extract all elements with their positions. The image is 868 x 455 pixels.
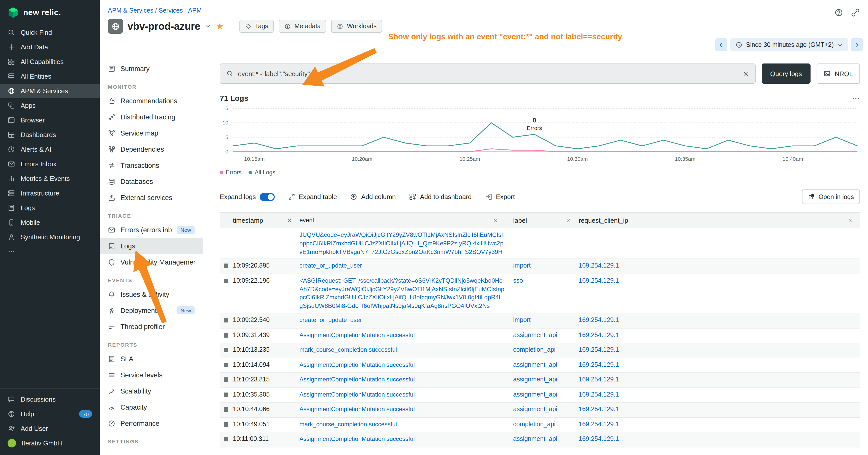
column-header-label[interactable]: label: [513, 217, 579, 224]
sidebar-item-add-user[interactable]: Add User: [0, 421, 100, 436]
expand-logs-toggle[interactable]: [259, 193, 275, 201]
chip-tags[interactable]: Tags: [239, 20, 274, 33]
log-table-row[interactable]: 10:10:44.066 AssignmentCompletionMutatio…: [220, 402, 860, 418]
event-link[interactable]: AssignmentCompletionMutation successful: [300, 435, 505, 444]
nav-item-capacity[interactable]: Capacity: [100, 399, 203, 415]
sidebar-item-errors-inbox[interactable]: Errors Inbox: [0, 157, 100, 171]
ip-link[interactable]: 169.254.129.1: [579, 391, 619, 398]
open-in-logs-button[interactable]: Open in logs: [802, 190, 860, 204]
sidebar-item-all-capabilities[interactable]: All Capabilities: [0, 55, 100, 69]
row-select-checkbox[interactable]: [224, 333, 228, 337]
log-table-row[interactable]: 10:10:23.815 AssignmentCompletionMutatio…: [220, 373, 860, 388]
sidebar-item-help[interactable]: Help 70: [0, 407, 100, 421]
nav-item-logs[interactable]: Logs: [100, 238, 203, 254]
log-table-row[interactable]: 10:10:35.305 AssignmentCompletionMutatio…: [220, 388, 860, 402]
chip-workloads[interactable]: Workloads: [332, 20, 382, 33]
sidebar-item-infrastructure[interactable]: Infrastructure: [0, 186, 100, 200]
chip-metadata[interactable]: Metadata: [279, 20, 326, 33]
ip-link[interactable]: 169.254.129.1: [579, 376, 619, 383]
label-link[interactable]: assignment_api: [513, 405, 557, 413]
label-link[interactable]: assignment_api: [513, 361, 557, 368]
breadcrumb-link-services-apm[interactable]: Services - APM: [159, 7, 202, 14]
row-select-checkbox[interactable]: [224, 378, 228, 382]
log-table-row[interactable]: 10:11:00.311 AssignmentCompletionMutatio…: [220, 432, 860, 447]
sidebar-item-all-entities[interactable]: All Entities: [0, 69, 100, 84]
nav-item-distributed-tracing[interactable]: Distributed tracing: [100, 109, 203, 125]
nav-item-service-map[interactable]: Service map: [100, 125, 203, 141]
label-link[interactable]: assignment_api: [513, 331, 557, 338]
ip-link[interactable]: 169.254.129.1: [579, 361, 619, 368]
favorite-star-icon[interactable]: ★: [216, 22, 224, 31]
nav-item-transactions[interactable]: Transactions: [100, 157, 203, 173]
sidebar-item-add-data[interactable]: Add Data: [0, 40, 100, 55]
nav-item-external-services[interactable]: External services: [100, 190, 203, 205]
nav-item-summary[interactable]: Summary: [100, 61, 203, 76]
nav-item-service-levels[interactable]: Service levels: [100, 367, 203, 383]
event-link[interactable]: mark_course_completion successful: [300, 346, 505, 354]
label-link[interactable]: import: [513, 262, 530, 269]
row-select-checkbox[interactable]: [224, 279, 228, 283]
ip-link[interactable]: 169.254.129.1: [579, 331, 619, 338]
more-options-icon[interactable]: [852, 94, 860, 102]
row-select-checkbox[interactable]: [224, 362, 228, 367]
column-header-request-client-ip[interactable]: request_client_ip: [579, 217, 860, 224]
add-to-dashboard-button[interactable]: Add to dashboard: [409, 193, 471, 200]
sidebar-item-mobile[interactable]: Mobile: [0, 215, 100, 230]
log-table-row[interactable]: 10:09:31.439 AssignmentCompletionMutatio…: [220, 328, 860, 343]
ip-link[interactable]: 169.254.129.1: [579, 346, 619, 353]
event-link[interactable]: JUQVU&code=eyJraWQiOiJjcGltY29yZV8wOTl1M…: [300, 231, 505, 256]
add-column-button[interactable]: Add column: [350, 193, 396, 200]
entity-picker-chevron-icon[interactable]: [205, 23, 212, 30]
nrql-button[interactable]: NRQL: [816, 64, 860, 84]
help-circle-icon[interactable]: [834, 8, 843, 17]
event-link[interactable]: create_or_update_user: [300, 316, 505, 325]
sidebar-item-metrics-events[interactable]: Metrics & Events: [0, 171, 100, 186]
log-table-row[interactable]: 10:09:22.196 <ASGIRequest: GET '/sso/cal…: [220, 274, 860, 314]
brand[interactable]: new relic.: [0, 0, 100, 25]
nav-item-databases[interactable]: Databases: [100, 173, 203, 190]
log-table-row[interactable]: 10:10:49.051 mark_course_completion succ…: [220, 418, 860, 432]
nav-item-vulnerability-management[interactable]: Vulnerability Management: [100, 254, 203, 270]
query-logs-button[interactable]: Query logs: [762, 64, 810, 84]
nav-item-recommendations[interactable]: Recommendations: [100, 93, 203, 109]
remove-column-button[interactable]: [493, 218, 498, 223]
label-link[interactable]: import: [513, 317, 530, 324]
sidebar-item-synthetic-monitoring[interactable]: Synthetic Monitoring: [0, 230, 100, 245]
ip-link[interactable]: 169.254.129.1: [579, 435, 619, 443]
time-forward-button[interactable]: [851, 38, 863, 52]
log-table-row[interactable]: 10:09:20.895 create_or_update_user impor…: [220, 259, 860, 274]
label-link[interactable]: completion_api: [513, 421, 556, 427]
nav-item-thread-profiler[interactable]: Thread profiler: [100, 319, 203, 334]
event-link[interactable]: AssignmentCompletionMutation successful: [300, 331, 505, 339]
export-button[interactable]: Export: [485, 193, 515, 200]
sidebar-item-logs[interactable]: Logs: [0, 200, 100, 215]
expand-logs-control[interactable]: Expand logs: [220, 193, 275, 201]
nav-item-sla[interactable]: SLA: [100, 351, 203, 367]
log-table-row[interactable]: 10:10:14.094 AssignmentCompletionMutatio…: [220, 358, 860, 373]
row-select-checkbox[interactable]: [224, 422, 228, 426]
event-link[interactable]: create_or_update_user: [300, 262, 505, 270]
log-table-row[interactable]: JUQVU&code=eyJraWQiOiJjcGltY29yZV8wOTl1M…: [220, 228, 860, 259]
nav-item-deployments[interactable]: Deployments New: [100, 302, 203, 319]
ip-link[interactable]: 169.254.129.1: [579, 262, 619, 269]
event-link[interactable]: AssignmentCompletionMutation successful: [300, 390, 505, 399]
sidebar-item-apps[interactable]: Apps: [0, 98, 100, 113]
sidebar-item-iterativ-gmbh[interactable]: Iterativ GmbH: [0, 436, 100, 451]
time-picker[interactable]: Since 30 minutes ago (GMT+2): [731, 38, 848, 52]
nav-item-errors-errors-inb[interactable]: Errors (errors inb... New: [100, 222, 203, 238]
event-link[interactable]: AssignmentCompletionMutation successful: [300, 360, 505, 369]
event-link[interactable]: mark_course_completion successful: [300, 420, 505, 428]
sidebar-item-item[interactable]: [0, 245, 100, 259]
remove-column-button[interactable]: [566, 218, 571, 223]
sidebar-item-dashboards[interactable]: Dashboards: [0, 128, 100, 142]
ip-link[interactable]: 169.254.129.1: [579, 317, 619, 324]
label-link[interactable]: sso: [513, 277, 523, 284]
event-link[interactable]: <ASGIRequest: GET '/sso/callback/?state=…: [300, 277, 505, 311]
permalink-icon[interactable]: [851, 8, 860, 17]
row-select-checkbox[interactable]: [224, 407, 228, 412]
row-select-checkbox[interactable]: [224, 318, 228, 323]
label-link[interactable]: assignment_api: [513, 376, 557, 383]
query-input[interactable]: [238, 70, 738, 77]
clear-query-button[interactable]: [743, 70, 749, 77]
remove-column-button[interactable]: [847, 218, 853, 223]
